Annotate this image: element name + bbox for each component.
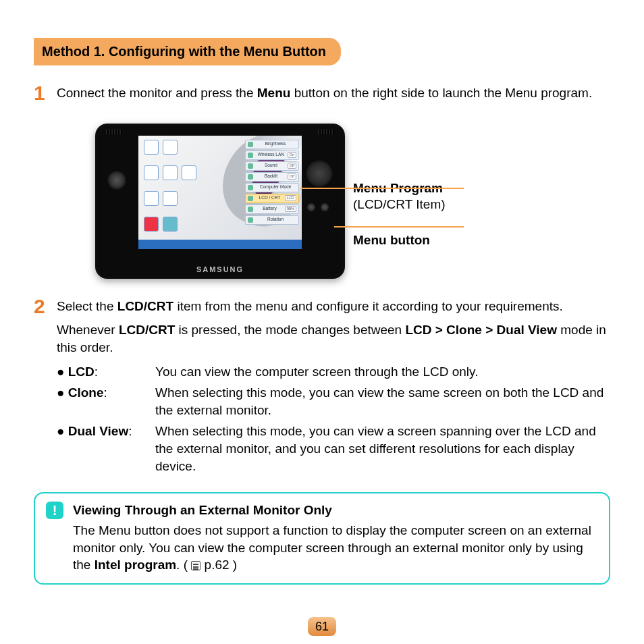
brand-label: SAMSUNG xyxy=(95,265,345,275)
device-figure: Brightness Wireless LANOn SoundOff Backl… xyxy=(34,124,610,279)
section-heading: Method 1. Configuring with the Menu Butt… xyxy=(34,38,341,65)
desktop-icon xyxy=(144,165,159,180)
step-2-p2: Whenever LCD/CRT is pressed, the mode ch… xyxy=(57,321,610,356)
mode-lcd: ● LCD: You can view the computer screen … xyxy=(57,363,610,381)
step-2-p1: Select the LCD/CRT item from the menu an… xyxy=(57,298,610,315)
mode-list: ● LCD: You can view the computer screen … xyxy=(57,363,610,475)
menu-program-panel: Brightness Wireless LANOn SoundOff Backl… xyxy=(245,140,299,225)
hardware-button xyxy=(307,203,315,211)
desktop-icon xyxy=(144,191,159,206)
step-1: 1 Connect the monitor and press the Menu… xyxy=(34,84,610,109)
step-2: 2 Select the LCD/CRT item from the menu … xyxy=(34,298,610,479)
callout-menu-program-sub: (LCD/CRT Item) xyxy=(353,196,549,213)
joystick xyxy=(107,171,126,190)
menu-item-lcd-crt: LCD / CRTLCD xyxy=(245,194,299,203)
mode-dual-view: ● Dual View: When selecting this mode, y… xyxy=(57,423,610,475)
warning-icon: ! xyxy=(46,502,63,519)
menu-item-wlan: Wireless LANOn xyxy=(245,151,299,160)
desktop-icon xyxy=(163,217,178,232)
menu-item-rotation: Rotation xyxy=(245,215,299,225)
leader-line-menu-program xyxy=(300,188,464,189)
callout-menu-button: Menu button xyxy=(353,232,549,249)
menu-item-backlit: BacklitOff xyxy=(245,172,299,182)
step-number-2: 2 xyxy=(34,296,57,317)
device-screen: Brightness Wireless LANOn SoundOff Backl… xyxy=(138,136,302,249)
hardware-button xyxy=(321,203,329,211)
taskbar xyxy=(138,240,302,249)
leader-line-menu-button xyxy=(334,226,464,227)
speaker-right xyxy=(318,129,334,134)
desktop-icon xyxy=(144,217,159,232)
desktop-icon xyxy=(182,165,196,180)
speaker-left xyxy=(106,129,122,134)
desktop-icon xyxy=(163,191,178,206)
menu-item-brightness: Brightness xyxy=(245,140,299,149)
desktop-icon xyxy=(163,165,178,180)
page-number: 61 xyxy=(308,617,336,636)
menu-item-computer-mode: Computer Mode xyxy=(245,183,299,192)
device-body: Brightness Wireless LANOn SoundOff Backl… xyxy=(95,124,345,279)
menu-item-sound: SoundOff xyxy=(245,161,299,171)
mode-clone: ● Clone: When selecting this mode, you c… xyxy=(57,384,610,419)
callout-labels: Menu Program (LCD/CRT Item) Menu button xyxy=(353,124,549,249)
step-number-1: 1 xyxy=(34,83,57,103)
page-ref-icon xyxy=(191,561,200,570)
desktop-icon xyxy=(144,140,159,155)
note-title: Viewing Through an External Monitor Only xyxy=(73,502,598,519)
step-1-text: Connect the monitor and press the Menu b… xyxy=(57,84,610,102)
menu-item-battery: Battery98% xyxy=(245,205,299,214)
note-box: ! Viewing Through an External Monitor On… xyxy=(34,492,610,585)
note-body: The Menu button does not support a funct… xyxy=(73,523,591,572)
desktop-icon xyxy=(163,140,178,155)
dpad xyxy=(306,160,333,187)
